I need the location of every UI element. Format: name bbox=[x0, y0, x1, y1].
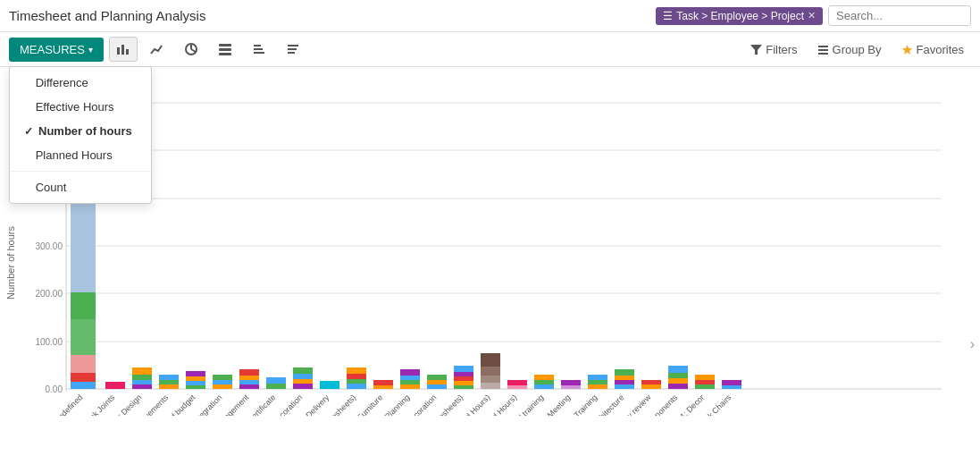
svg-rect-1 bbox=[121, 45, 124, 55]
bar-segment bbox=[615, 380, 634, 384]
bar-segment bbox=[400, 384, 420, 389]
bar-segment bbox=[481, 383, 500, 389]
bar-segment bbox=[186, 376, 205, 381]
dropdown-item-number[interactable]: ✓ Number of hours bbox=[10, 119, 151, 143]
bar-segment bbox=[615, 369, 634, 376]
dropdown-label-number: Number of hours bbox=[38, 124, 132, 138]
bar-segment bbox=[213, 380, 232, 384]
line-chart-icon bbox=[150, 42, 164, 56]
bar-segment bbox=[481, 367, 500, 376]
dropdown-label-planned: Planned Hours bbox=[36, 148, 113, 162]
app-title: Timesheet and Planning Analysis bbox=[9, 8, 656, 23]
x-label-1: Check Joints bbox=[78, 393, 117, 416]
groupby-button[interactable]: Group By bbox=[810, 39, 889, 60]
bar-segment bbox=[373, 380, 393, 385]
stack-chart-button[interactable] bbox=[211, 37, 239, 62]
measures-arrow-icon: ▾ bbox=[88, 45, 93, 55]
bar-segment bbox=[695, 375, 715, 380]
check-difference bbox=[24, 77, 30, 89]
bar-segment bbox=[507, 385, 527, 389]
bar-segment bbox=[132, 367, 152, 375]
bar-segment bbox=[695, 380, 715, 384]
bar-segment bbox=[454, 366, 473, 372]
bar-segment bbox=[159, 380, 179, 384]
sort-asc-icon bbox=[252, 42, 266, 56]
bar-segment bbox=[266, 377, 286, 384]
bar-segment bbox=[213, 375, 232, 380]
bar-segment bbox=[132, 375, 152, 380]
dropdown-label-count: Count bbox=[36, 181, 67, 194]
bar-segment bbox=[320, 381, 339, 389]
stack-chart-icon bbox=[218, 42, 232, 56]
sort-desc-icon bbox=[286, 42, 300, 56]
filters-button[interactable]: Filters bbox=[743, 39, 804, 60]
breadcrumb-icon: ☰ bbox=[663, 10, 673, 22]
toolbar: MEASURES ▾ bbox=[0, 32, 980, 67]
bar-segment bbox=[105, 382, 125, 389]
bar-segment bbox=[427, 384, 447, 389]
bar-segment bbox=[561, 380, 581, 385]
bar-segment bbox=[400, 380, 420, 384]
bar-segment bbox=[534, 375, 554, 380]
pie-chart-button[interactable] bbox=[177, 37, 205, 62]
pie-chart-icon bbox=[184, 42, 198, 56]
dropdown-item-difference[interactable]: Difference bbox=[10, 71, 151, 95]
bar-segment bbox=[668, 373, 688, 378]
bar-segment bbox=[722, 385, 741, 389]
breadcrumb-tag: ☰ Task > Employee > Project ✕ bbox=[656, 7, 823, 25]
bar-segment bbox=[347, 367, 366, 374]
bar-segment bbox=[615, 376, 634, 380]
favorites-button[interactable]: Favorites bbox=[894, 39, 971, 60]
bar-segment bbox=[159, 375, 179, 380]
breadcrumb-close[interactable]: ✕ bbox=[808, 10, 816, 21]
chart-inner: 600.00 500.00 400.00 300.00 200.00 100.0… bbox=[21, 67, 980, 460]
sort-asc-button[interactable] bbox=[245, 37, 273, 62]
bar-segment bbox=[213, 384, 232, 389]
groupby-label: Group By bbox=[833, 43, 882, 56]
x-label-12: Planning bbox=[383, 393, 412, 416]
bar-chart-button[interactable] bbox=[109, 37, 138, 62]
scroll-right-icon[interactable]: › bbox=[970, 336, 975, 352]
bar-segment bbox=[641, 380, 661, 384]
bar-segment bbox=[186, 371, 205, 376]
bar-segment bbox=[186, 385, 205, 389]
svg-rect-8 bbox=[219, 53, 231, 55]
bar-segment bbox=[588, 380, 607, 384]
check-number: ✓ bbox=[24, 125, 33, 138]
chart-svg: 600.00 500.00 400.00 300.00 200.00 100.0… bbox=[21, 67, 951, 416]
bar-segment bbox=[293, 379, 313, 384]
dropdown-item-count[interactable]: Count bbox=[10, 175, 151, 199]
measures-button[interactable]: MEASURES ▾ bbox=[9, 38, 104, 62]
svg-marker-15 bbox=[750, 45, 762, 55]
svg-text:100.00: 100.00 bbox=[35, 337, 63, 347]
svg-line-5 bbox=[191, 49, 196, 52]
bar-segment bbox=[427, 380, 447, 384]
x-label-0: Undefined bbox=[52, 393, 84, 416]
line-chart-button[interactable] bbox=[143, 37, 172, 62]
sort-desc-button[interactable] bbox=[279, 37, 307, 62]
svg-rect-0 bbox=[117, 47, 120, 55]
svg-text:300.00: 300.00 bbox=[35, 241, 63, 251]
x-label-19: Training bbox=[573, 393, 599, 416]
search-input[interactable] bbox=[828, 5, 971, 26]
bar-segment bbox=[239, 380, 259, 384]
bar-segment bbox=[454, 381, 473, 385]
bar-segment bbox=[347, 379, 366, 384]
groupby-icon bbox=[817, 44, 829, 55]
bar-segment bbox=[71, 319, 96, 355]
bar-segment bbox=[507, 380, 527, 385]
svg-marker-19 bbox=[902, 45, 912, 55]
bar-segment bbox=[454, 376, 473, 381]
dropdown-label-difference: Difference bbox=[36, 76, 88, 89]
bar-segment bbox=[588, 384, 607, 389]
bar-segment bbox=[668, 384, 688, 389]
bar-segment bbox=[71, 373, 96, 382]
bar-segment bbox=[293, 374, 313, 379]
bar-segment bbox=[71, 382, 96, 389]
dropdown-item-effective[interactable]: Effective Hours bbox=[10, 95, 151, 119]
dropdown-item-planned[interactable]: Planned Hours bbox=[10, 143, 151, 167]
check-planned bbox=[24, 149, 30, 162]
bar-segment bbox=[668, 366, 688, 373]
bar-segment bbox=[534, 380, 554, 384]
bar-segment bbox=[615, 384, 634, 389]
